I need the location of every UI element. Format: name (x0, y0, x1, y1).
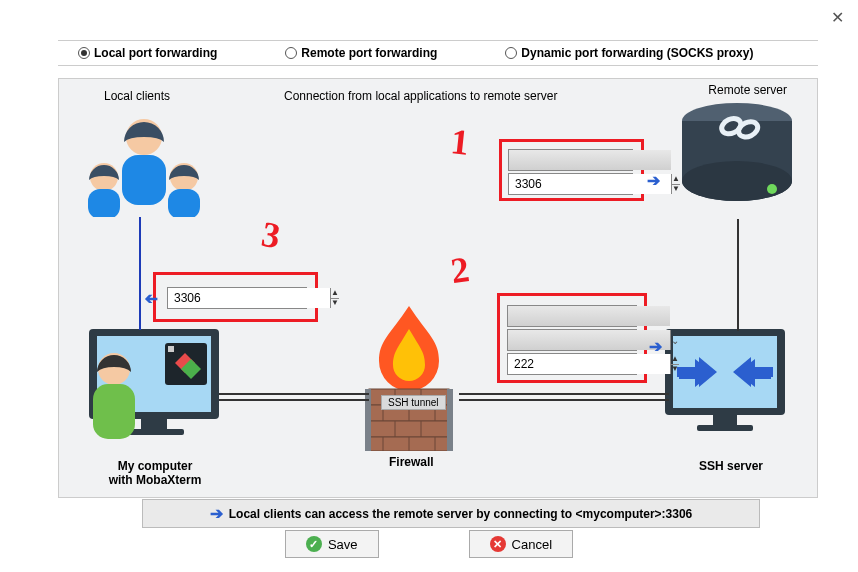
marker-3: 3 (258, 213, 283, 257)
firewall-label: Firewall (389, 455, 434, 469)
svg-rect-3 (88, 189, 120, 217)
svg-rect-20 (93, 384, 135, 439)
input-field[interactable] (168, 288, 330, 308)
close-icon[interactable]: ✕ (831, 8, 844, 27)
input-field[interactable] (508, 354, 670, 374)
arrow-right-icon: ➔ (647, 171, 660, 190)
svg-rect-39 (713, 415, 737, 425)
save-button[interactable]: ✓ Save (285, 530, 379, 558)
svg-rect-1 (122, 155, 166, 205)
input-field[interactable] (508, 306, 670, 326)
check-icon: ✓ (306, 536, 322, 552)
connection-header: Connection from local applications to re… (284, 89, 557, 103)
marker-1: 1 (449, 120, 471, 164)
tunnel-diagram-panel: Local clients Connection from local appl… (58, 78, 818, 498)
tab-label: Local port forwarding (94, 46, 217, 60)
local-clients-header: Local clients (104, 89, 170, 103)
svg-rect-40 (697, 425, 753, 431)
radio-icon (285, 47, 297, 59)
ssh-port-input[interactable]: ▲▼ (507, 353, 637, 375)
remote-host-input[interactable] (508, 149, 633, 171)
my-computer-label: My computerwith MobaXterm (95, 459, 215, 487)
svg-point-8 (767, 184, 777, 194)
input-field[interactable] (508, 330, 670, 350)
svg-rect-23 (369, 421, 449, 437)
forwarding-type-tabs: Local port forwarding Remote port forwar… (58, 40, 818, 66)
arrow-right-icon: ➔ (210, 504, 223, 523)
remote-port-input[interactable]: ▲▼ (508, 173, 633, 195)
svg-rect-16 (168, 346, 174, 352)
radio-checked-icon (78, 47, 90, 59)
my-computer-icon (69, 329, 229, 459)
local-port-input[interactable]: ▲▼ (167, 287, 307, 309)
marker-2: 2 (448, 248, 472, 292)
tab-local-forwarding[interactable]: Local port forwarding (58, 46, 237, 60)
close-icon: ✕ (490, 536, 506, 552)
hint-bar: ➔ Local clients can access the remote se… (142, 499, 760, 528)
ssh-tunnel-badge: SSH tunnel (381, 395, 446, 410)
tab-remote-forwarding[interactable]: Remote port forwarding (265, 46, 457, 60)
firewall-icon (349, 301, 469, 451)
arrow-left-icon: ➔ (145, 289, 158, 308)
tab-dynamic-forwarding[interactable]: Dynamic port forwarding (SOCKS proxy) (485, 46, 773, 60)
spinner-icon[interactable]: ▲▼ (671, 174, 680, 194)
ssh-user-select[interactable]: ⌄ (507, 329, 637, 351)
server-disk-icon (672, 99, 802, 219)
people-icon (74, 107, 214, 217)
ssh-host-input[interactable] (507, 305, 637, 327)
tab-label: Remote port forwarding (301, 46, 437, 60)
ssh-server-label: SSH server (699, 459, 763, 473)
svg-point-7 (682, 161, 792, 201)
chevron-down-icon[interactable]: ⌄ (670, 330, 679, 350)
spinner-icon[interactable]: ▲▼ (670, 354, 679, 374)
button-label: Cancel (512, 537, 552, 552)
tab-label: Dynamic port forwarding (SOCKS proxy) (521, 46, 753, 60)
svg-rect-36 (447, 389, 453, 451)
spinner-icon[interactable]: ▲▼ (330, 288, 339, 308)
radio-icon (505, 47, 517, 59)
svg-rect-13 (141, 419, 167, 429)
hint-text: Local clients can access the remote serv… (229, 507, 693, 521)
arrow-right-icon: ➔ (649, 337, 662, 356)
svg-rect-5 (168, 189, 200, 217)
cancel-button[interactable]: ✕ Cancel (469, 530, 573, 558)
remote-server-header: Remote server (708, 83, 787, 97)
input-field[interactable] (509, 150, 671, 170)
button-label: Save (328, 537, 358, 552)
